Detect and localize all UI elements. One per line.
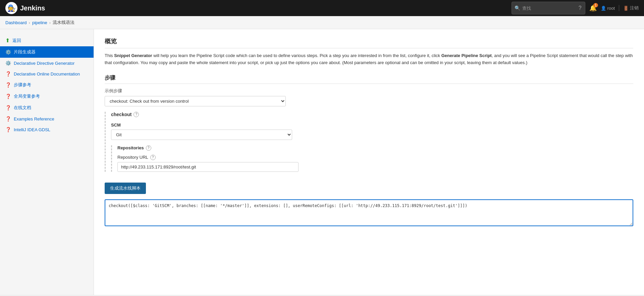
sidebar-examples-ref-label: Examples Reference xyxy=(14,116,54,121)
checkout-title: checkout xyxy=(111,112,131,117)
main-content: 概览 This Snippet Generator will help you … xyxy=(94,29,644,295)
sample-steps-label: 示例步骤 xyxy=(105,88,633,94)
checkout-header: checkout ? xyxy=(111,112,633,117)
output-textarea[interactable] xyxy=(105,199,633,226)
header: 🧑‍🔧 Jenkins 🔍 ? 🔔 1 👤 root 🚪 注销 xyxy=(0,0,644,16)
search-input[interactable] xyxy=(522,6,576,11)
search-icon: 🔍 xyxy=(515,5,520,11)
repo-url-label-row: Repository URL ? xyxy=(117,155,633,160)
arrow-up-icon: ⬆ xyxy=(5,37,10,44)
breadcrumb-sep-1: › xyxy=(29,20,30,25)
sidebar-steps-ref-label: 步骤参考 xyxy=(14,82,31,88)
sidebar-item-examples-ref[interactable]: ❓ Examples Reference xyxy=(0,113,94,124)
logout-button[interactable]: 🚪 注销 xyxy=(619,5,639,11)
overview-title: 概览 xyxy=(105,37,633,48)
logo[interactable]: 🧑‍🔧 Jenkins xyxy=(5,2,45,14)
question2-icon: ❓ xyxy=(5,82,11,88)
steps-section: 步骤 示例步骤 checkout: Check out from version… xyxy=(105,75,633,227)
sidebar: ⬆ 返回 ⚙️ 片段生成器 ⚙️ Declarative Directive G… xyxy=(0,29,94,295)
repositories-help-icon[interactable]: ? xyxy=(146,145,151,151)
logout-icon: 🚪 xyxy=(623,6,629,11)
sample-steps-group: 示例步骤 checkout: Check out from version co… xyxy=(105,88,633,106)
sidebar-item-declarative-directive[interactable]: ⚙️ Declarative Directive Generator xyxy=(0,58,94,68)
gear-icon: ⚙️ xyxy=(5,49,11,55)
sidebar-online-doc-label: 在线文档 xyxy=(14,105,31,111)
breadcrumb-sep-2: › xyxy=(49,20,51,25)
overview-text-1: This xyxy=(105,53,114,58)
sidebar-intellij-label: IntelliJ IDEA GDSL xyxy=(14,127,50,132)
repositories-title: Repositories xyxy=(117,145,144,150)
sidebar-item-back[interactable]: ⬆ 返回 xyxy=(0,35,94,46)
scm-group: SCM Git None xyxy=(111,122,633,140)
sidebar-item-snippet[interactable]: ⚙️ 片段生成器 xyxy=(0,46,94,58)
user-menu[interactable]: 👤 root xyxy=(601,6,615,11)
jenkins-logo-text: Jenkins xyxy=(20,4,45,12)
question1-icon: ❓ xyxy=(5,71,11,77)
search-help-button[interactable]: ? xyxy=(578,3,582,13)
sidebar-item-declarative-online[interactable]: ❓ Declarative Online Documentation xyxy=(0,68,94,79)
generate-button[interactable]: 生成流水线脚本 xyxy=(105,183,146,194)
sidebar-item-intellij[interactable]: ❓ IntelliJ IDEA GDSL xyxy=(0,124,94,135)
sidebar-item-steps-ref[interactable]: ❓ 步骤参考 xyxy=(0,79,94,91)
overview-description: This Snippet Generator will help you lea… xyxy=(105,52,633,66)
logout-label: 注销 xyxy=(630,5,639,11)
jenkins-logo-icon: 🧑‍🔧 xyxy=(5,2,17,14)
question5-icon: ❓ xyxy=(5,116,11,121)
sidebar-back-label: 返回 xyxy=(12,38,21,44)
gear2-icon: ⚙️ xyxy=(5,60,11,66)
checkout-block: checkout ? SCM Git None Repositories ? xyxy=(105,112,633,172)
question3-icon: ❓ xyxy=(5,94,11,99)
sidebar-declarative-online-label: Declarative Online Documentation xyxy=(14,71,80,77)
breadcrumb: Dashboard › pipeline › 流水线语法 xyxy=(0,16,644,29)
breadcrumb-pipeline[interactable]: pipeline xyxy=(32,20,47,25)
sample-steps-select[interactable]: checkout: Check out from version control… xyxy=(105,96,286,106)
breadcrumb-current: 流水线语法 xyxy=(53,19,74,26)
repo-url-label-text: Repository URL xyxy=(117,155,148,160)
generate-pipeline-bold: Generate Pipeline Script xyxy=(441,53,492,58)
checkout-help-icon[interactable]: ? xyxy=(133,112,139,117)
steps-title: 步骤 xyxy=(105,75,633,84)
repositories-block: Repositories ? Repository URL ? xyxy=(111,145,633,172)
sidebar-global-var-label: 全局变量参考 xyxy=(14,93,40,99)
scm-label: SCM xyxy=(111,122,633,128)
notification-badge: 1 xyxy=(593,3,598,7)
scm-select[interactable]: Git None xyxy=(111,130,292,140)
overview-text-2: will help you learn the Pipeline Script … xyxy=(152,53,441,58)
sidebar-declarative-directive-label: Declarative Directive Generator xyxy=(14,61,74,66)
repo-url-group: Repository URL ? xyxy=(117,155,633,172)
sidebar-item-global-var[interactable]: ❓ 全局变量参考 xyxy=(0,91,94,102)
question6-icon: ❓ xyxy=(5,127,11,132)
search-box: 🔍 ? xyxy=(512,2,585,14)
user-icon: 👤 xyxy=(601,6,606,11)
sidebar-snippet-label: 片段生成器 xyxy=(14,49,36,55)
question4-icon: ❓ xyxy=(5,105,11,110)
main-layout: ⬆ 返回 ⚙️ 片段生成器 ⚙️ Declarative Directive G… xyxy=(0,29,644,295)
repo-header: Repositories ? xyxy=(117,145,633,151)
repo-url-help-icon[interactable]: ? xyxy=(150,155,156,160)
breadcrumb-dashboard[interactable]: Dashboard xyxy=(5,20,27,25)
snippet-generator-bold: Snippet Generator xyxy=(114,53,152,58)
notifications-bell[interactable]: 🔔 1 xyxy=(589,4,597,12)
repo-url-input[interactable] xyxy=(117,162,299,172)
username-label: root xyxy=(607,6,615,11)
sidebar-item-online-doc[interactable]: ❓ 在线文档 xyxy=(0,102,94,113)
